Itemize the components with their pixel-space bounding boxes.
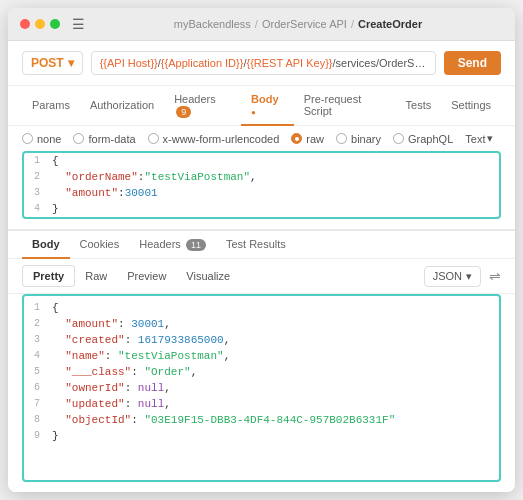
response-section: Body Cookies Headers 11 Test Results Pre… [8, 231, 515, 492]
body-options-bar: none form-data x-www-form-urlencoded raw… [8, 126, 515, 151]
body-dot: ● [251, 108, 256, 117]
tab-headers[interactable]: Headers 9 [164, 86, 241, 126]
resp-code-1: { [48, 301, 63, 315]
resp-line-1: 1 { [24, 300, 499, 316]
option-raw[interactable]: raw [291, 133, 324, 145]
resp-tab-cookies[interactable]: Cookies [70, 231, 130, 259]
radio-graphql [393, 133, 404, 144]
resp-line-9: 9 } [24, 428, 499, 444]
option-none[interactable]: none [22, 133, 61, 145]
req-line-3: 3 "amount":30001 [24, 185, 499, 201]
req-linenum-3: 3 [24, 186, 48, 198]
req-code-3: "amount":30001 [48, 186, 162, 200]
format-chevron-icon: ▾ [466, 270, 472, 283]
response-nav-tabs: Body Cookies Headers 11 Test Results [8, 231, 515, 259]
tab-params[interactable]: Params [22, 92, 80, 120]
request-bar: POST ▾ {{API Host}}/{{Application ID}}/{… [8, 41, 515, 86]
resp-code-2: "amount": 30001, [48, 317, 175, 331]
resp-tab-test-results[interactable]: Test Results [216, 231, 296, 259]
resp-headers-badge: 11 [186, 239, 206, 251]
option-urlencoded-label: x-www-form-urlencoded [163, 133, 280, 145]
response-body-display: 1 { 2 "amount": 30001, 3 "created": 1617… [22, 294, 501, 482]
resp-code-9: } [48, 429, 63, 443]
tab-pre-request[interactable]: Pre-request Script [294, 86, 396, 126]
window-controls [20, 19, 60, 29]
menu-icon[interactable]: ☰ [72, 16, 85, 32]
resp-linenum-6: 6 [24, 381, 48, 393]
format-label: JSON [433, 270, 462, 282]
resp-code-3: "created": 1617933865000, [48, 333, 234, 347]
request-section: POST ▾ {{API Host}}/{{Application ID}}/{… [8, 41, 515, 231]
breadcrumb-part-1[interactable]: myBackendless [174, 18, 251, 30]
method-chevron-icon: ▾ [68, 56, 74, 70]
option-binary-label: binary [351, 133, 381, 145]
url-var-appid: {{Application ID}} [161, 57, 244, 69]
req-linenum-1: 1 [24, 154, 48, 166]
req-line-2: 2 "orderName":"testViaPostman", [24, 169, 499, 185]
option-urlencoded[interactable]: x-www-form-urlencoded [148, 133, 280, 145]
breadcrumb-part-2[interactable]: OrderService API [262, 18, 347, 30]
req-linenum-2: 2 [24, 170, 48, 182]
resp-line-7: 7 "updated": null, [24, 396, 499, 412]
option-form-data[interactable]: form-data [73, 133, 135, 145]
breadcrumb-sep-1: / [255, 18, 258, 30]
view-tab-visualize[interactable]: Visualize [176, 266, 240, 286]
view-tab-pretty[interactable]: Pretty [22, 265, 75, 287]
breadcrumb: myBackendless / OrderService API / Creat… [93, 18, 503, 30]
tab-body[interactable]: Body ● [241, 86, 294, 126]
body-type-label: Text [465, 133, 485, 145]
resp-tab-headers[interactable]: Headers 11 [129, 231, 216, 259]
minimize-button[interactable] [35, 19, 45, 29]
title-bar: ☰ myBackendless / OrderService API / Cre… [8, 8, 515, 41]
option-none-label: none [37, 133, 61, 145]
tab-authorization[interactable]: Authorization [80, 92, 164, 120]
resp-line-8: 8 "objectId": "03E19F15-DBB3-4DF4-844C-9… [24, 412, 499, 428]
main-window: ☰ myBackendless / OrderService API / Cre… [8, 8, 515, 492]
resp-line-5: 5 "___class": "Order", [24, 364, 499, 380]
resp-code-6: "ownerId": null, [48, 381, 175, 395]
response-code-inner: 1 { 2 "amount": 30001, 3 "created": 1617… [24, 296, 499, 448]
option-form-data-label: form-data [88, 133, 135, 145]
req-line-1: 1 { [24, 153, 499, 169]
resp-linenum-8: 8 [24, 413, 48, 425]
radio-urlencoded [148, 133, 159, 144]
tab-settings[interactable]: Settings [441, 92, 501, 120]
resp-tab-body[interactable]: Body [22, 231, 70, 259]
url-var-host: {{API Host}} [100, 57, 158, 69]
resp-line-6: 6 "ownerId": null, [24, 380, 499, 396]
resp-line-3: 3 "created": 1617933865000, [24, 332, 499, 348]
resp-linenum-2: 2 [24, 317, 48, 329]
radio-none [22, 133, 33, 144]
option-binary[interactable]: binary [336, 133, 381, 145]
resp-line-4: 4 "name": "testViaPostman", [24, 348, 499, 364]
tab-tests[interactable]: Tests [396, 92, 442, 120]
url-var-key: {{REST API Key}} [246, 57, 332, 69]
resp-linenum-7: 7 [24, 397, 48, 409]
resp-code-8: "objectId": "03E19F15-DBB3-4DF4-844C-957… [48, 413, 399, 427]
method-selector[interactable]: POST ▾ [22, 51, 83, 75]
url-input[interactable]: {{API Host}}/{{Application ID}}/{{REST A… [91, 51, 436, 75]
maximize-button[interactable] [50, 19, 60, 29]
breadcrumb-part-3[interactable]: CreateOrder [358, 18, 422, 30]
req-code-2: "orderName":"testViaPostman", [48, 170, 261, 184]
req-code-4: } [48, 202, 63, 216]
request-nav-tabs: Params Authorization Headers 9 Body ● Pr… [8, 86, 515, 126]
breadcrumb-sep-2: / [351, 18, 354, 30]
resp-code-7: "updated": null, [48, 397, 175, 411]
resp-linenum-1: 1 [24, 301, 48, 313]
body-type-select[interactable]: Text ▾ [465, 132, 493, 145]
view-tab-raw[interactable]: Raw [75, 266, 117, 286]
option-raw-label: raw [306, 133, 324, 145]
close-button[interactable] [20, 19, 30, 29]
request-body-editor[interactable]: 1 { 2 "orderName":"testViaPostman", 3 "a… [22, 151, 501, 219]
option-graphql[interactable]: GraphQL [393, 133, 453, 145]
option-graphql-label: GraphQL [408, 133, 453, 145]
send-button[interactable]: Send [444, 51, 501, 75]
view-tab-preview[interactable]: Preview [117, 266, 176, 286]
req-linenum-4: 4 [24, 202, 48, 214]
resp-code-5: "___class": "Order", [48, 365, 201, 379]
filter-icon[interactable]: ⇌ [489, 268, 501, 284]
format-select[interactable]: JSON ▾ [424, 266, 481, 287]
req-line-4: 4 } [24, 201, 499, 217]
resp-linenum-3: 3 [24, 333, 48, 345]
